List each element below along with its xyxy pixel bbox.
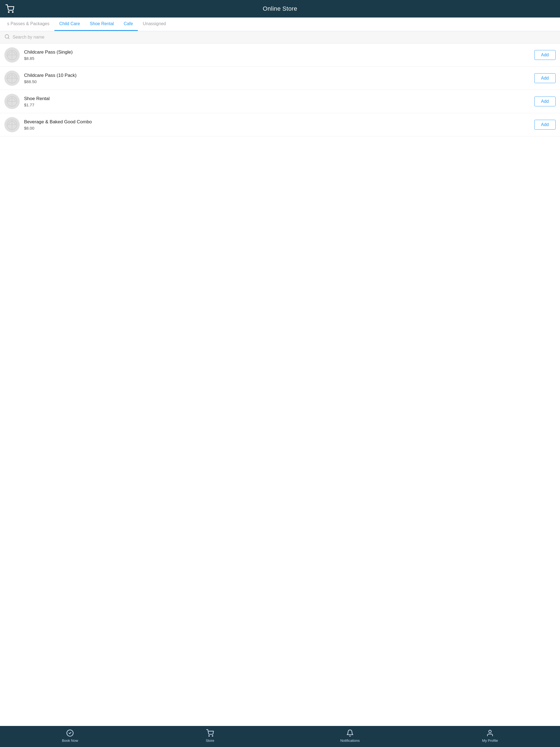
product-info-2: Childcare Pass (10 Pack) $88.50 xyxy=(24,73,530,84)
tab-passes[interactable]: s Passes & Packages xyxy=(2,18,54,31)
nav-booknow-label: Book Now xyxy=(62,739,78,743)
search-input[interactable] xyxy=(12,35,556,40)
product-price-3: $1.77 xyxy=(24,103,530,107)
nav-booknow[interactable]: Book Now xyxy=(0,729,140,743)
product-name-2: Childcare Pass (10 Pack) xyxy=(24,73,530,78)
svg-point-18 xyxy=(212,736,213,736)
nav-notifications-label: Notifications xyxy=(340,739,360,743)
product-image-4 xyxy=(4,117,20,132)
product-image-1 xyxy=(4,47,20,62)
bottom-nav: Book Now Store Notifications My Profile xyxy=(0,726,560,747)
product-image-2 xyxy=(4,71,20,86)
list-item: Shoe Rental $1.77 Add xyxy=(0,90,560,113)
cart-icon[interactable] xyxy=(5,4,14,13)
search-bar xyxy=(0,31,560,44)
product-price-1: $8.85 xyxy=(24,56,530,61)
nav-myprofile[interactable]: My Profile xyxy=(420,729,560,743)
svg-point-1 xyxy=(12,11,13,12)
tab-unassigned[interactable]: Unassigned xyxy=(138,18,171,31)
tabs-list: s Passes & Packages Child Care Shoe Rent… xyxy=(2,18,558,31)
nav-store[interactable]: Store xyxy=(140,729,280,743)
add-button-3[interactable]: Add xyxy=(534,97,556,106)
nav-store-label: Store xyxy=(206,739,214,743)
product-list: Childcare Pass (Single) $8.85 Add Childc… xyxy=(0,44,560,726)
product-name-4: Beverage & Baked Good Combo xyxy=(24,119,530,125)
nav-myprofile-label: My Profile xyxy=(482,739,498,743)
product-info-1: Childcare Pass (Single) $8.85 xyxy=(24,50,530,61)
tab-childcare[interactable]: Child Care xyxy=(54,18,85,31)
add-button-2[interactable]: Add xyxy=(534,73,556,83)
product-price-4: $8.00 xyxy=(24,126,530,130)
svg-point-17 xyxy=(209,736,209,736)
header: Online Store xyxy=(0,0,560,18)
svg-point-19 xyxy=(489,730,491,733)
tabs-container: s Passes & Packages Child Care Shoe Rent… xyxy=(0,18,560,31)
svg-line-3 xyxy=(8,38,9,39)
product-name-1: Childcare Pass (Single) xyxy=(24,50,530,55)
tab-shoerental[interactable]: Shoe Rental xyxy=(85,18,119,31)
list-item: Childcare Pass (10 Pack) $88.50 Add xyxy=(0,67,560,90)
product-name-3: Shoe Rental xyxy=(24,96,530,101)
tab-cafe[interactable]: Cafe xyxy=(119,18,138,31)
product-info-4: Beverage & Baked Good Combo $8.00 xyxy=(24,119,530,130)
search-icon xyxy=(4,34,10,41)
nav-notifications[interactable]: Notifications xyxy=(280,729,420,743)
product-price-2: $88.50 xyxy=(24,79,530,84)
svg-point-0 xyxy=(8,11,9,12)
list-item: Beverage & Baked Good Combo $8.00 Add xyxy=(0,113,560,136)
add-button-1[interactable]: Add xyxy=(534,50,556,60)
add-button-4[interactable]: Add xyxy=(534,120,556,130)
product-image-3 xyxy=(4,94,20,109)
product-info-3: Shoe Rental $1.77 xyxy=(24,96,530,107)
list-item: Childcare Pass (Single) $8.85 Add xyxy=(0,44,560,67)
page-title: Online Store xyxy=(263,5,297,12)
